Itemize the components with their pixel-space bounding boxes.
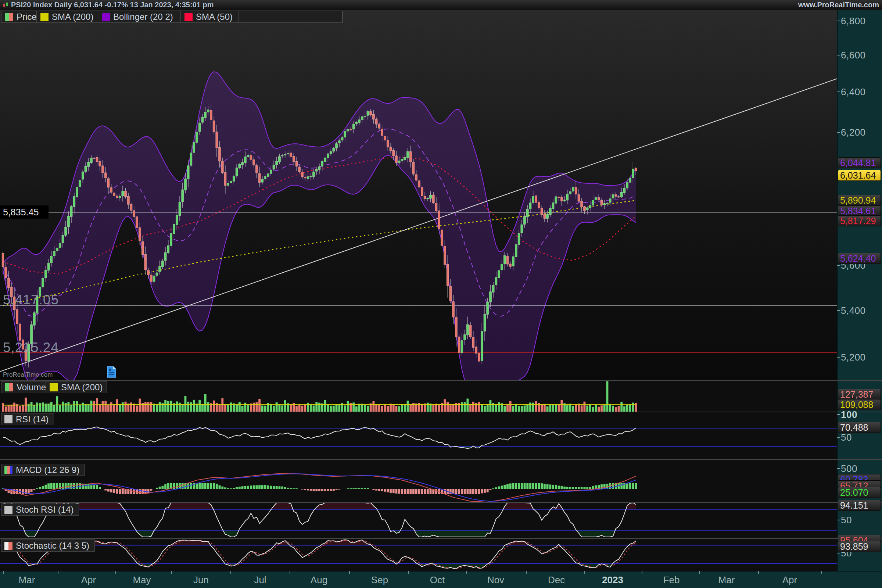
axis-tick-label: 5,400 <box>841 305 866 316</box>
axis-tick <box>837 21 840 21</box>
price-badge: 5,890.94 <box>838 195 881 206</box>
price-level-label: 5,417.05 <box>3 292 59 308</box>
month-label-jun: Jun <box>193 574 209 586</box>
month-label-aug: Aug <box>310 574 327 586</box>
axis-tick <box>837 92 840 92</box>
axis-tick-label: 100 <box>841 409 857 420</box>
macd-label: MACD (12 26 9) <box>16 465 80 475</box>
month-tick <box>699 571 700 574</box>
legend-label: Price <box>16 12 37 22</box>
axis-tick-label: 500 <box>841 463 857 474</box>
legend-item-sma-50-[interactable]: SMA (50) <box>181 11 239 22</box>
legend-label: SMA (200) <box>61 382 102 393</box>
axis-tick-label: 6,200 <box>841 127 866 138</box>
title-bar: PSI20 Index Daily 6,031.64 -0.17% 13 Jan… <box>0 0 882 10</box>
macd-swatch-icon <box>4 466 12 474</box>
stochrsi-label: Stoch RSI (14) <box>16 505 74 515</box>
axis-tick-label: 6,800 <box>841 15 866 27</box>
month-tick <box>230 571 231 574</box>
month-tick <box>821 571 822 574</box>
prorealtime-link[interactable]: www.ProRealTime.com <box>798 1 882 9</box>
price-axis-labels: 6,8006,6006,4006,2005,6005,4005,20010050… <box>837 0 882 571</box>
month-tick <box>290 571 290 574</box>
legend-item-sma-200-[interactable]: SMA (200) <box>37 11 98 22</box>
axis-tick <box>837 414 840 415</box>
month-tick <box>642 571 642 574</box>
legend-filler <box>239 11 342 22</box>
month-label-jul: Jul <box>254 574 266 586</box>
price-up-down-swatch-icon <box>5 383 13 392</box>
month-label-oct: Oct <box>430 574 445 586</box>
legend-item-volume[interactable]: Volume <box>2 381 46 393</box>
chart-title: PSI20 Index Daily 6,031.64 -0.17% 13 Jan… <box>11 1 213 9</box>
legend-label: Bollinger (20 2) <box>113 12 173 22</box>
month-tick <box>584 571 585 574</box>
price-level-label: 5,835.45 <box>0 206 48 219</box>
month-label-apr: Apr <box>81 574 96 586</box>
price-badge: 6,044.81 <box>838 157 881 168</box>
sma50-swatch-icon <box>184 13 193 21</box>
axis-tick <box>837 55 840 56</box>
axis-tick <box>837 437 840 438</box>
axis-tick-label: 5,200 <box>841 352 866 363</box>
stochastic-label: Stochastic (14 3 5) <box>16 541 89 551</box>
month-label-apr: Apr <box>782 574 797 586</box>
price-legend: PriceSMA (200)Bollinger (20 2)SMA (50) <box>1 10 343 23</box>
price-badge: 25.070 <box>838 487 881 498</box>
stochastic-swatch-icon <box>4 542 12 550</box>
price-badge: 127,387 <box>838 389 881 400</box>
volume-legend: VolumeSMA (200) <box>1 381 107 393</box>
rsi-label: RSI (14) <box>16 414 48 424</box>
price-badge: 70.488 <box>838 422 881 433</box>
axis-tick <box>837 132 840 133</box>
rsi-panel-label[interactable]: RSI (14) <box>1 413 54 425</box>
legend-item-price[interactable]: Price <box>2 11 37 22</box>
axis-tick <box>837 265 840 266</box>
axis-tick-label: 6,600 <box>841 50 866 61</box>
price-badge: 5,624.40 <box>838 253 881 264</box>
macd-panel-label[interactable]: MACD (12 26 9) <box>1 464 85 476</box>
note-document-icon[interactable] <box>106 366 117 378</box>
month-tick <box>526 571 526 574</box>
month-label-nov: Nov <box>487 574 504 586</box>
axis-tick-label: 50 <box>841 514 852 526</box>
legend-label: SMA (50) <box>196 12 232 22</box>
month-tick <box>3 571 4 574</box>
price-badge: 93.859 <box>838 541 881 552</box>
axis-tick-label: 6,400 <box>841 86 866 98</box>
month-label-2023: 2023 <box>602 574 623 586</box>
axis-tick <box>837 468 840 469</box>
month-label-mar: Mar <box>718 574 735 586</box>
price-up-down-swatch-icon <box>5 13 13 21</box>
sma200-swatch-icon <box>40 13 48 21</box>
stochastic-panel-label[interactable]: Stochastic (14 3 5) <box>1 540 95 552</box>
stochrsi-panel-label[interactable]: Stoch RSI (14) <box>1 504 79 516</box>
price-badge: 94.151 <box>838 500 881 511</box>
price-badge: 109,088 <box>838 399 881 410</box>
month-tick <box>58 571 58 574</box>
stochrsi-swatch-icon <box>4 506 12 514</box>
legend-item-sma-200-[interactable]: SMA (200) <box>46 381 107 393</box>
bollinger-swatch-icon <box>102 13 110 21</box>
price-badge: 5,817.29 <box>838 215 881 226</box>
month-tick <box>408 571 409 574</box>
legend-label: SMA (200) <box>52 12 93 22</box>
time-axis-labels: MarAprMayJunJulAugSepOctNovDec2023FebMar… <box>0 571 882 588</box>
axis-tick <box>837 553 840 554</box>
month-label-feb: Feb <box>663 574 680 586</box>
watermark: ProRealTime.com <box>3 371 52 378</box>
month-tick <box>116 571 116 574</box>
month-tick <box>349 571 350 574</box>
rsi-swatch-icon <box>4 415 12 423</box>
price-level-label: 5,215.24 <box>3 340 59 356</box>
legend-item-bollinger-20-2-[interactable]: Bollinger (20 2) <box>98 11 181 22</box>
price-badge: 6,031.64 <box>838 170 881 181</box>
legend-label: Volume <box>16 382 46 393</box>
month-label-mar: Mar <box>19 574 35 586</box>
month-label-dec: Dec <box>548 574 565 586</box>
sma200-swatch-icon <box>50 383 58 392</box>
axis-tick <box>837 310 840 311</box>
candlestick-icon <box>2 2 9 9</box>
axis-tick <box>837 520 840 520</box>
month-label-sep: Sep <box>371 574 388 586</box>
